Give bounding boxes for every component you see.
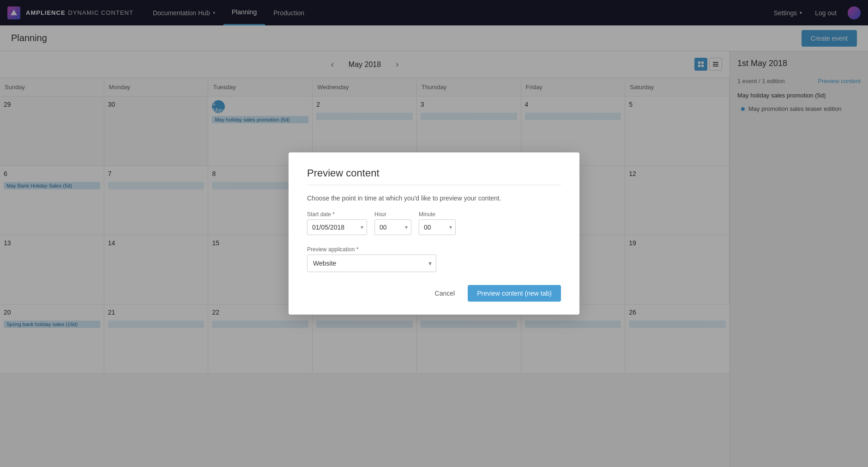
preview-content-button[interactable]: Preview content (new tab): [468, 285, 561, 302]
preview-app-select[interactable]: Website: [307, 255, 436, 272]
start-date-select-wrapper: 01/05/2018: [307, 219, 367, 235]
modal-description: Choose the point in time at which you'd …: [307, 194, 561, 202]
modal-divider: [307, 185, 561, 185]
hour-group: Hour 00010203 04050607 08091011 12131415…: [374, 211, 411, 235]
start-date-label: Start date *: [307, 211, 367, 218]
hour-select-wrapper: 00010203 04050607 08091011 12131415 1617…: [374, 219, 411, 235]
modal-title: Preview content: [307, 167, 561, 179]
preview-app-label: Preview application *: [307, 246, 561, 253]
minute-select-wrapper: 00153045: [419, 219, 456, 235]
preview-app-select-wrapper: Website: [307, 255, 436, 272]
preview-app-section: Preview application * Website: [307, 246, 561, 272]
modal-date-fields: Start date * 01/05/2018 Hour 00010203 04…: [307, 211, 561, 235]
modal-overlay[interactable]: Preview content Choose the point in time…: [0, 0, 868, 467]
hour-label: Hour: [374, 211, 411, 218]
minute-group: Minute 00153045: [419, 211, 456, 235]
minute-select[interactable]: 00153045: [419, 219, 456, 235]
hour-select[interactable]: 00010203 04050607 08091011 12131415 1617…: [374, 219, 411, 235]
cancel-button[interactable]: Cancel: [428, 285, 463, 302]
start-date-select[interactable]: 01/05/2018: [307, 219, 367, 235]
start-date-group: Start date * 01/05/2018: [307, 211, 367, 235]
modal-actions: Cancel Preview content (new tab): [307, 285, 561, 302]
minute-label: Minute: [419, 211, 456, 218]
preview-content-modal: Preview content Choose the point in time…: [289, 152, 579, 315]
